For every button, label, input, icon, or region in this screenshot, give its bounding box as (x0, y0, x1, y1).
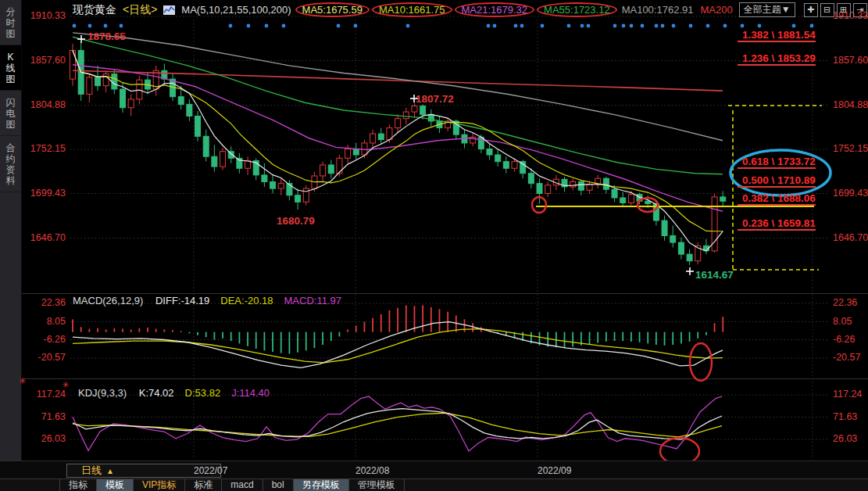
expand-axis-icon[interactable]: ⊞ (837, 3, 851, 17)
svg-text:0.236 \ 1659.81: 0.236 \ 1659.81 (742, 217, 816, 229)
date-axis-row: 日线▲ 2022/072022/082022/09 (0, 461, 868, 478)
svg-text:0.618 \ 1733.72: 0.618 \ 1733.72 (742, 156, 816, 167)
pan-icon[interactable]: ✚ (804, 3, 818, 17)
svg-text:-20.57: -20.57 (833, 352, 860, 363)
theme-dropdown-button[interactable]: 全部主题▼ (739, 2, 795, 17)
toolbar-tab-VIP指标[interactable]: VIP指标 (134, 479, 185, 491)
candlestick (578, 182, 584, 191)
kdj-title: KDJ(9,3,3) (78, 387, 127, 399)
toolbar-tab-另存模板[interactable]: 另存模板 (294, 479, 349, 491)
top-header-bar: 现货黄金 <日线> MA(5,10,21,55,100,200) MA5:167… (21, 0, 868, 20)
date-tick-label: 2022/09 (538, 465, 571, 476)
candlestick (120, 89, 126, 108)
candlestick (570, 182, 576, 187)
indicator-value-label: J:114.40 (231, 387, 270, 399)
candlestick (712, 197, 717, 251)
candlestick (328, 165, 334, 174)
candlestick (395, 119, 401, 128)
svg-text:1752.15: 1752.15 (833, 143, 868, 154)
svg-text:1807.72: 1807.72 (416, 93, 454, 105)
candlestick (528, 174, 534, 184)
red-circle-annotation (690, 343, 712, 381)
svg-text:1752.15: 1752.15 (30, 143, 66, 154)
candlestick (628, 195, 634, 203)
candlestick (603, 178, 609, 189)
candlestick (587, 185, 592, 191)
candlestick (320, 165, 326, 176)
exit-icon[interactable]: ⇥ (853, 3, 867, 17)
sidebar-item-闪电图[interactable]: 闪电图 (0, 91, 21, 136)
svg-text:1.236 \ 1853.29: 1.236 \ 1853.29 (742, 52, 816, 64)
svg-text:71.63: 71.63 (41, 411, 66, 422)
candlestick (203, 136, 209, 156)
candlestick (262, 175, 267, 182)
candlestick (487, 149, 492, 155)
toolbar-tab-标准[interactable]: 标准 (185, 479, 222, 491)
kdj-header: KDJ(9,3,3) K:74.02D:53.82J:114.40 (78, 387, 280, 399)
svg-text:71.63: 71.63 (833, 411, 857, 422)
candlestick (412, 106, 417, 113)
toolbar-tab-模板[interactable]: 模板 (97, 479, 134, 491)
chart-type-icon[interactable] (163, 5, 175, 15)
candlestick (278, 184, 284, 188)
svg-text:-6.26: -6.26 (44, 334, 66, 345)
candlestick (620, 198, 626, 202)
svg-text:22.36: 22.36 (41, 297, 66, 308)
date-tick-label: 2022/08 (355, 465, 389, 476)
indicator-value-label: DIFF:-14.19 (155, 295, 209, 306)
candlestick (270, 182, 276, 189)
candlestick (503, 162, 509, 169)
ma-value-label: MA5:1675.59 (295, 2, 370, 17)
svg-text:8.05: 8.05 (833, 316, 852, 327)
sidebar-item-合约资料[interactable]: 合约资料 (0, 136, 21, 192)
sidebar-item-分时图[interactable]: 分时图 (0, 0, 21, 45)
candlestick (403, 112, 409, 119)
svg-text:1614.67: 1614.67 (695, 269, 734, 281)
toolbar-tab-管理模板[interactable]: 管理模板 (349, 479, 405, 491)
alert-icon[interactable]: ✳ (62, 380, 69, 390)
dropdown-arrow-icon: ▲ (106, 467, 114, 475)
candlestick (720, 197, 726, 201)
kdj-d-line (73, 413, 722, 437)
indicator-value-label: MACD:11.97 (284, 295, 341, 306)
candlestick (370, 134, 376, 143)
period-selector-label: 日线 (81, 464, 102, 476)
sidebar-item-K线图[interactable]: K线图 (0, 45, 21, 91)
indicator-value-label: DEA:-20.18 (220, 295, 273, 306)
svg-text:26.03: 26.03 (833, 433, 857, 444)
candlestick (353, 149, 359, 155)
candlestick (512, 162, 517, 169)
candlestick (112, 74, 117, 89)
toolbar-tab-指标[interactable]: 指标 (59, 479, 97, 491)
ma-value-label: MA55:1723.12 (537, 2, 617, 17)
indicator-value-label: K:74.02 (139, 387, 174, 399)
svg-text:1804.88: 1804.88 (833, 99, 868, 110)
toolbar-tab-macd[interactable]: macd (222, 479, 263, 491)
candlestick (220, 152, 226, 167)
candlestick (212, 156, 217, 167)
ma55-line (73, 37, 723, 174)
ma-value-label: MA100:1762.91 (622, 4, 694, 16)
candlestick (337, 158, 342, 173)
candlestick (537, 184, 542, 194)
svg-text:26.03: 26.03 (41, 433, 66, 444)
candlestick (345, 149, 351, 158)
shrink-axis-icon[interactable]: ⊟ (820, 3, 834, 17)
svg-text:1699.43: 1699.43 (833, 188, 868, 199)
ma-formula-label: MA(5,10,21,55,100,200) (181, 4, 291, 16)
alert-icon[interactable]: ✳ (19, 376, 26, 386)
macd-header: MACD(26,12,9) DIFF:-14.19DEA:-20.18MACD:… (73, 295, 352, 306)
svg-text:22.36: 22.36 (833, 297, 857, 308)
candlestick (420, 106, 426, 115)
indicator-value-label: D:53.82 (185, 387, 221, 399)
candlestick (678, 242, 684, 254)
candlestick (670, 235, 676, 242)
candlestick (187, 104, 192, 116)
toolbar-tab-bol[interactable]: bol (263, 479, 294, 491)
ma-value-label: MA200 (700, 4, 732, 16)
candlestick (495, 155, 501, 162)
ma-values: MA5:1675.59MA10:1661.75MA21:1679.32MA55:… (298, 2, 733, 17)
candlestick (195, 116, 201, 136)
candlestick (95, 77, 101, 86)
date-tick-label: 2022/07 (194, 465, 227, 476)
